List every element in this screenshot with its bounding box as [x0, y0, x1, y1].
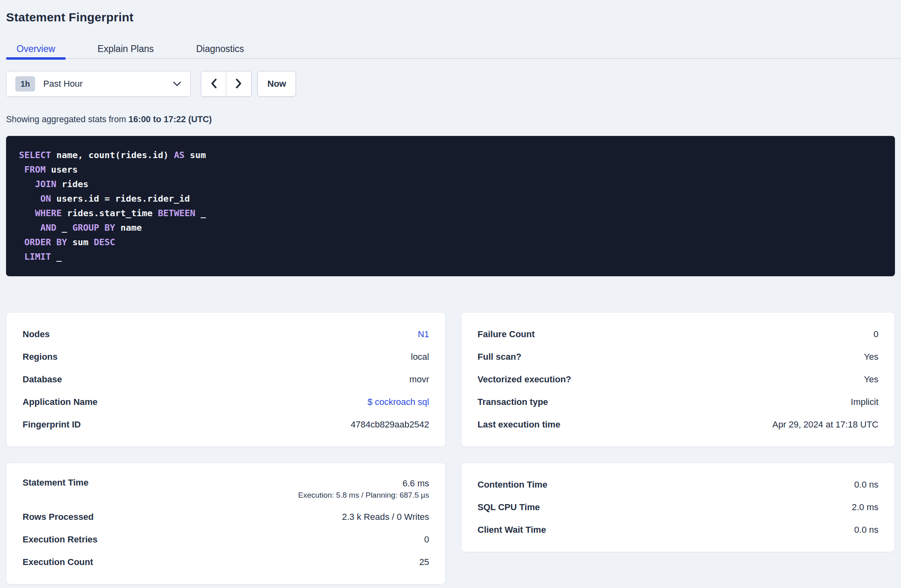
card-top-left: NodesN1RegionslocalDatabasemovrApplicati…: [6, 312, 446, 447]
row-value: Apr 29, 2024 at 17:18 UTC: [772, 419, 878, 430]
tab-explain-plans[interactable]: Explain Plans: [87, 40, 164, 58]
row-label: Regions: [23, 352, 58, 362]
summary-row-vectorized-execution: Vectorized execution?Yes: [478, 368, 878, 391]
summary-row-nodes: NodesN1: [23, 323, 429, 346]
time-interval-badge: 1h: [15, 76, 35, 92]
tab-label: Diagnostics: [196, 44, 244, 54]
summary-cards: NodesN1RegionslocalDatabasemovrApplicati…: [6, 312, 895, 584]
row-value: 0: [874, 329, 878, 340]
statement-fingerprint-page: Statement Fingerprint OverviewExplain Pl…: [0, 0, 901, 588]
summary-row-statement-time: Statement Time6.6 msExecution: 5.8 ms / …: [23, 473, 429, 506]
row-label: Application Name: [23, 397, 98, 407]
row-value-group: 6.6 msExecution: 5.8 ms / Planning: 687.…: [298, 477, 429, 501]
row-value: movr: [409, 374, 429, 385]
summary-row-rows-processed: Rows Processed2.3 k Reads / 0 Writes: [23, 506, 429, 528]
row-value: 0: [424, 534, 429, 545]
summary-row-failure-count: Failure Count0: [478, 323, 878, 346]
now-button[interactable]: Now: [257, 71, 296, 97]
sql-line: LIMIT _: [19, 250, 882, 264]
time-nav-buttons: [201, 71, 252, 97]
tab-diagnostics[interactable]: Diagnostics: [186, 40, 254, 58]
summary-row-contention-time: Contention Time0.0 ns: [478, 473, 878, 496]
row-value: Yes: [864, 374, 878, 385]
summary-row-transaction-type: Transaction typeImplicit: [478, 391, 878, 413]
row-value-link[interactable]: N1: [418, 329, 429, 340]
row-value: 6.6 ms: [403, 477, 429, 490]
summary-row-execution-retries: Execution Retries0: [23, 528, 429, 551]
tab-label: Explain Plans: [98, 44, 154, 54]
sql-line: JOIN rides: [19, 177, 882, 192]
row-label: Execution Retries: [23, 534, 98, 545]
caption-time-range: 16:00 to 17:22 (UTC): [129, 115, 212, 124]
sql-line: SELECT name, count(rides.id) AS sum: [19, 148, 882, 163]
summary-row-application-name: Application Name$ cockroach sql: [23, 391, 429, 413]
chevron-left-icon: [210, 78, 217, 90]
tab-overview[interactable]: Overview: [6, 40, 66, 58]
row-label: Fingerprint ID: [23, 419, 81, 430]
row-value: 2.3 k Reads / 0 Writes: [342, 512, 429, 522]
card-bottom-right: Contention Time0.0 nsSQL CPU Time2.0 msC…: [461, 463, 895, 552]
row-label: Execution Count: [23, 557, 93, 567]
card-bottom-left: Statement Time6.6 msExecution: 5.8 ms / …: [6, 463, 446, 584]
row-value: local: [411, 352, 429, 362]
sql-line: ORDER BY sum DESC: [19, 235, 882, 250]
time-range-label: Past Hour: [43, 79, 83, 89]
row-value: 2.0 ms: [852, 502, 878, 513]
chevron-right-icon: [235, 78, 242, 90]
row-label: Failure Count: [478, 329, 535, 340]
row-label: Client Wait Time: [478, 525, 546, 535]
summary-row-database: Databasemovr: [23, 368, 429, 391]
summary-row-last-execution-time: Last execution timeApr 29, 2024 at 17:18…: [478, 413, 878, 436]
sql-line: FROM users: [19, 163, 882, 177]
row-label: Transaction type: [478, 397, 548, 407]
row-label: SQL CPU Time: [478, 502, 540, 513]
row-value: 25: [419, 557, 429, 567]
summary-row-fingerprint-id: Fingerprint ID4784cb829aab2542: [23, 413, 429, 436]
time-range-dropdown[interactable]: 1h Past Hour: [6, 71, 191, 97]
row-value: 4784cb829aab2542: [350, 419, 429, 430]
row-value: Implicit: [851, 397, 878, 407]
row-value: 0.0 ns: [854, 480, 878, 490]
row-value: Yes: [864, 352, 878, 362]
summary-row-full-scan: Full scan?Yes: [478, 346, 878, 368]
row-label: Last execution time: [478, 419, 560, 430]
page-title: Statement Fingerprint: [6, 10, 895, 25]
time-controls: 1h Past Hour Now: [6, 71, 895, 97]
sql-line: ON users.id = rides.rider_id: [19, 192, 882, 206]
sql-line: AND _ GROUP BY name: [19, 221, 882, 235]
row-value-detail: Execution: 5.8 ms / Planning: 687.5 µs: [298, 490, 429, 501]
row-value-link[interactable]: $ cockroach sql: [367, 397, 429, 407]
aggregated-stats-caption: Showing aggregated stats from 16:00 to 1…: [6, 115, 895, 125]
prev-time-button[interactable]: [201, 71, 226, 96]
tab-bar: OverviewExplain PlansDiagnostics: [6, 40, 901, 59]
row-label: Full scan?: [478, 352, 521, 362]
row-label: Vectorized execution?: [478, 374, 571, 385]
card-top-right: Failure Count0Full scan?YesVectorized ex…: [461, 312, 895, 447]
row-label: Nodes: [23, 329, 50, 340]
row-value: 0.0 ns: [854, 525, 878, 535]
row-label: Rows Processed: [23, 512, 94, 522]
summary-row-sql-cpu-time: SQL CPU Time2.0 ms: [478, 496, 878, 519]
chevron-down-icon: [173, 81, 181, 87]
summary-row-regions: Regionslocal: [23, 346, 429, 368]
row-label: Statement Time: [23, 477, 88, 488]
sql-line: WHERE rides.start_time BETWEEN _: [19, 206, 882, 221]
row-label: Contention Time: [478, 480, 547, 490]
row-label: Database: [23, 374, 62, 385]
tab-label: Overview: [17, 44, 55, 54]
caption-prefix: Showing aggregated stats from: [6, 115, 129, 124]
summary-row-client-wait-time: Client Wait Time0.0 ns: [478, 519, 878, 541]
summary-row-execution-count: Execution Count25: [23, 551, 429, 573]
next-time-button[interactable]: [226, 71, 251, 96]
sql-statement-box: SELECT name, count(rides.id) AS sum FROM…: [6, 136, 895, 276]
